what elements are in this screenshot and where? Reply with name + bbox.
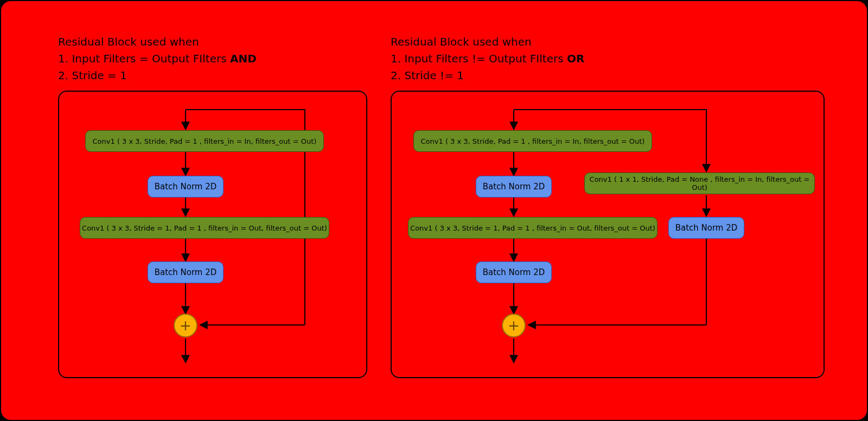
- right-heading-line1-bold: OR: [567, 52, 584, 65]
- left-heading-line2: 2. Stride = 1: [58, 67, 257, 84]
- right-bn1-label: Batch Norm 2D: [483, 182, 545, 192]
- right-plus-label: +: [508, 318, 520, 333]
- right-bn1: Batch Norm 2D: [476, 176, 552, 197]
- left-conv2: Conv1 ( 3 x 3, Stride = 1, Pad = 1 , fil…: [80, 217, 329, 239]
- right-heading-title: Residual Block used when: [391, 34, 584, 50]
- diagram-canvas: Residual Block used when 1. Input Filter…: [0, 0, 868, 421]
- right-bn3-label: Batch Norm 2D: [675, 223, 738, 233]
- right-bn2: Batch Norm 2D: [476, 261, 552, 283]
- right-heading-line1: 1. Input Filters != Output FIlters OR: [391, 50, 584, 67]
- left-conv1-label: Conv1 ( 3 x 3, Stride, Pad = 1 , filters…: [93, 137, 317, 145]
- left-bn1: Batch Norm 2D: [148, 176, 224, 197]
- right-heading-line2: 2. Stride != 1: [391, 67, 584, 84]
- right-conv1-label: Conv1 ( 3 x 3, Stride, Pad = 1 , filters…: [421, 137, 645, 145]
- left-heading-line1-bold: AND: [230, 52, 257, 65]
- left-heading-line1-pre: 1. Input Filters = Output FIlters: [58, 52, 230, 65]
- left-plus-label: +: [180, 318, 192, 333]
- right-bn3: Batch Norm 2D: [668, 217, 744, 239]
- left-conv1: Conv1 ( 3 x 3, Stride, Pad = 1 , filters…: [85, 130, 324, 152]
- left-plus: +: [174, 314, 197, 337]
- right-bn2-label: Batch Norm 2D: [483, 267, 545, 277]
- left-heading-title: Residual Block used when: [58, 34, 257, 50]
- left-heading-line1: 1. Input Filters = Output FIlters AND: [58, 50, 257, 67]
- left-bn2-label: Batch Norm 2D: [155, 267, 217, 277]
- right-conv1x1-label: Conv1 ( 1 x 1, Stride, Pad = None , filt…: [585, 175, 814, 192]
- right-conv2-label: Conv1 ( 3 x 3, Stride = 1, Pad = 1 , fil…: [410, 224, 655, 232]
- right-conv1: Conv1 ( 3 x 3, Stride, Pad = 1 , filters…: [413, 130, 652, 152]
- right-plus: +: [502, 314, 526, 337]
- left-bn2: Batch Norm 2D: [148, 261, 224, 283]
- left-conv2-label: Conv1 ( 3 x 3, Stride = 1, Pad = 1 , fil…: [82, 224, 327, 232]
- right-conv2: Conv1 ( 3 x 3, Stride = 1, Pad = 1 , fil…: [408, 217, 658, 239]
- left-bn1-label: Batch Norm 2D: [155, 182, 217, 192]
- right-heading: Residual Block used when 1. Input Filter…: [391, 34, 584, 84]
- right-heading-line1-pre: 1. Input Filters != Output FIlters: [391, 52, 567, 65]
- right-conv1x1: Conv1 ( 1 x 1, Stride, Pad = None , filt…: [584, 173, 815, 194]
- left-heading: Residual Block used when 1. Input Filter…: [58, 34, 257, 84]
